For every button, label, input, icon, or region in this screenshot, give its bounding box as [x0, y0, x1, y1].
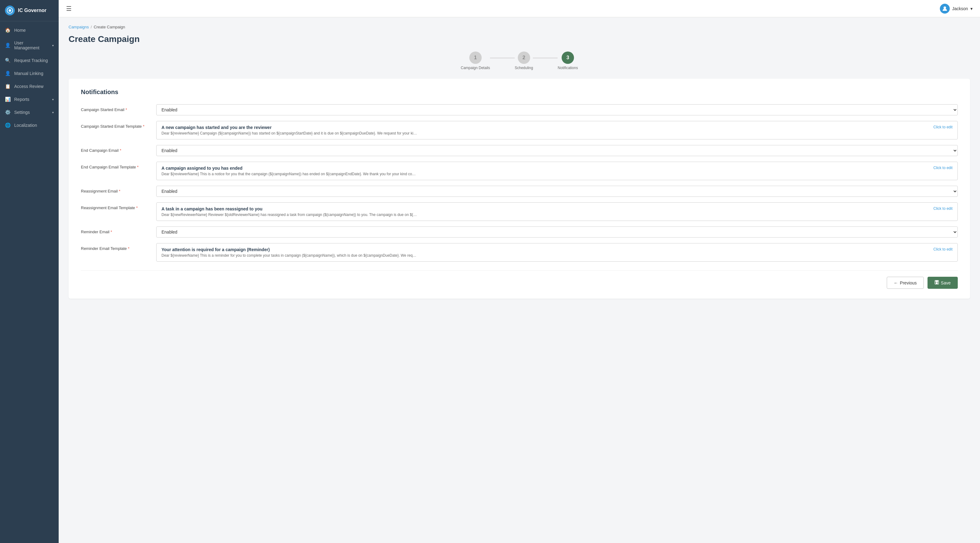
manual-linking-icon: 👤 [5, 71, 11, 76]
user-management-icon: 👤 [5, 43, 11, 48]
form-row-reassignment-email: Reassignment Email * Enabled Disabled [81, 186, 958, 197]
reassignment-template-box[interactable]: A task in a campaign has been reassigned… [156, 202, 958, 221]
access-review-label: Access Review [14, 84, 54, 89]
reassignment-email-select[interactable]: Enabled Disabled [156, 186, 958, 197]
form-row-end-campaign-template: End Campaign Email Template * A campaign… [81, 162, 958, 180]
sidebar-item-access-review[interactable]: 📋 Access Review [0, 80, 59, 93]
form-row-reassignment-template: Reassignment Email Template * A task in … [81, 202, 958, 221]
form-section-title: Notifications [81, 89, 958, 96]
user-management-arrow: ▾ [52, 44, 54, 47]
user-avatar [940, 4, 950, 14]
end-campaign-email-wrap: Enabled Disabled [156, 145, 958, 156]
breadcrumb-separator: / [91, 25, 92, 29]
breadcrumb-campaigns-link[interactable]: Campaigns [68, 25, 89, 29]
previous-button[interactable]: ← Previous [887, 277, 924, 289]
campaign-started-template-body: Dear ${reviewerName} Campaign (${campaig… [161, 131, 953, 135]
content-area: Campaigns / Create Campaign Create Campa… [59, 17, 980, 543]
svg-rect-5 [936, 282, 938, 284]
required-marker: * [111, 230, 112, 234]
reassignment-template-title: A task in a campaign has been reassigned… [161, 206, 930, 211]
step-1-label: Campaign Details [461, 66, 490, 70]
step-2: 2 Scheduling [515, 51, 533, 70]
reports-icon: 📊 [5, 97, 11, 102]
campaign-started-email-wrap: Enabled Disabled [156, 104, 958, 115]
reminder-template-box[interactable]: Your attention is required for a campaig… [156, 243, 958, 262]
campaign-started-email-label: Campaign Started Email * [81, 104, 149, 112]
sidebar: IC Governor 🏠 Home 👤 User Management ▾ 🔍… [0, 0, 59, 543]
svg-rect-4 [935, 281, 938, 282]
sidebar-item-settings[interactable]: ⚙️ Settings ▾ [0, 106, 59, 119]
step-3-circle: 3 [562, 51, 574, 64]
previous-icon: ← [894, 281, 898, 286]
settings-arrow: ▾ [52, 111, 54, 114]
breadcrumb-current: Create Campaign [94, 25, 125, 29]
end-campaign-template-box[interactable]: A campaign assigned to you has ended Cli… [156, 162, 958, 180]
template-header: Your attention is required for a campaig… [161, 247, 953, 252]
sidebar-item-user-management[interactable]: 👤 User Management ▾ [0, 37, 59, 54]
step-connector-1 [490, 58, 515, 58]
sidebar-item-localization[interactable]: 🌐 Localization [0, 119, 59, 132]
access-review-icon: 📋 [5, 84, 11, 89]
sidebar-logo-text: IC Governor [18, 8, 46, 13]
campaign-started-template-edit[interactable]: Click to edit [933, 125, 953, 129]
form-row-campaign-started-email: Campaign Started Email * Enabled Disable… [81, 104, 958, 115]
reminder-email-select[interactable]: Enabled Disabled [156, 227, 958, 238]
reminder-template-edit[interactable]: Click to edit [933, 247, 953, 251]
form-row-reminder-email: Reminder Email * Enabled Disabled [81, 227, 958, 238]
home-label: Home [14, 28, 54, 33]
form-card: Notifications Campaign Started Email * E… [68, 79, 970, 298]
localization-label: Localization [14, 123, 54, 128]
logo-icon [5, 6, 15, 16]
end-campaign-template-title: A campaign assigned to you has ended [161, 166, 930, 171]
end-campaign-email-label: End Campaign Email * [81, 145, 149, 153]
step-connector-2 [533, 58, 558, 58]
reminder-template-wrap: Your attention is required for a campaig… [156, 243, 958, 262]
reminder-template-title: Your attention is required for a campaig… [161, 247, 930, 252]
required-marker: * [136, 205, 138, 210]
user-management-label: User Management [14, 40, 48, 50]
svg-point-1 [9, 9, 11, 12]
svg-point-2 [943, 6, 946, 9]
hamburger-menu[interactable]: ☰ [66, 5, 72, 12]
request-tracking-icon: 🔍 [5, 58, 11, 63]
end-campaign-template-body: Dear ${reviewerName} This is a notice fo… [161, 172, 953, 176]
user-name: Jackson [952, 6, 968, 11]
campaign-started-template-title: A new campaign has started and you are t… [161, 125, 930, 130]
end-campaign-template-edit[interactable]: Click to edit [933, 166, 953, 170]
step-1-circle: 1 [469, 51, 482, 64]
step-3: 3 Notifications [558, 51, 578, 70]
settings-icon: ⚙️ [5, 110, 11, 115]
main-area: ☰ Jackson ▾ Campaigns / Create Campaign … [59, 0, 980, 543]
reports-label: Reports [14, 97, 48, 102]
sidebar-item-home[interactable]: 🏠 Home [0, 24, 59, 37]
reminder-template-body: Dear ${reviewerName} This is a reminder … [161, 253, 953, 257]
required-marker: * [137, 165, 138, 169]
required-marker: * [143, 124, 145, 129]
reassignment-template-edit[interactable]: Click to edit [933, 206, 953, 211]
reminder-email-label: Reminder Email * [81, 227, 149, 234]
save-icon [935, 280, 939, 286]
template-header: A task in a campaign has been reassigned… [161, 206, 953, 211]
step-1: 1 Campaign Details [461, 51, 490, 70]
end-campaign-email-select[interactable]: Enabled Disabled [156, 145, 958, 156]
required-marker: * [119, 189, 121, 194]
sidebar-item-manual-linking[interactable]: 👤 Manual Linking [0, 67, 59, 80]
sidebar-item-request-tracking[interactable]: 🔍 Request Tracking [0, 54, 59, 67]
reassignment-template-body: Dear ${newReviewerName} Reviewer ${oldRe… [161, 213, 953, 217]
settings-label: Settings [14, 110, 48, 115]
topbar: ☰ Jackson ▾ [59, 0, 980, 17]
request-tracking-label: Request Tracking [14, 58, 54, 63]
user-menu[interactable]: Jackson ▾ [940, 4, 973, 14]
breadcrumb: Campaigns / Create Campaign [68, 25, 970, 29]
campaign-started-email-select[interactable]: Enabled Disabled [156, 104, 958, 115]
user-dropdown-arrow: ▾ [970, 6, 973, 11]
required-marker: * [128, 246, 129, 251]
page-title: Create Campaign [68, 34, 970, 44]
previous-label: Previous [900, 281, 917, 286]
form-row-end-campaign-email: End Campaign Email * Enabled Disabled [81, 145, 958, 156]
save-button[interactable]: Save [928, 277, 958, 289]
campaign-started-template-box[interactable]: A new campaign has started and you are t… [156, 121, 958, 140]
sidebar-item-reports[interactable]: 📊 Reports ▾ [0, 93, 59, 106]
stepper: 1 Campaign Details 2 Scheduling 3 Notifi… [68, 51, 970, 70]
campaign-started-template-label: Campaign Started Email Template * [81, 121, 149, 129]
